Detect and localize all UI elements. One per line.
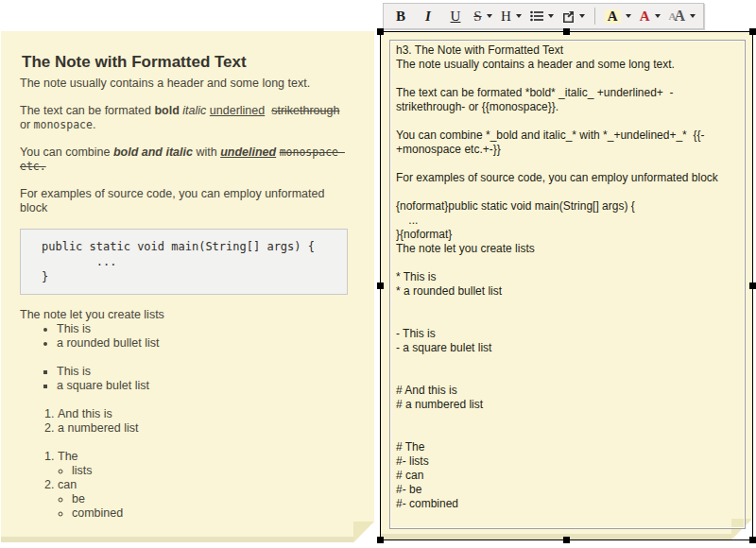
resize-handle-middle-left[interactable] (377, 283, 384, 289)
source-code-paragraph: For examples of source code, you can emp… (20, 187, 352, 215)
intro-paragraph: The note usually contains a header and s… (20, 77, 352, 91)
italic-icon: I (425, 9, 431, 24)
chevron-down-icon (487, 14, 492, 18)
note-folded-corner (353, 522, 374, 542)
markup-text-area[interactable]: h3. The Note with Formatted Text The not… (389, 40, 746, 529)
list-button[interactable] (526, 5, 558, 27)
heading-icon: H (501, 9, 511, 24)
note-preview: The Note with Formatted Text The note us… (1, 31, 374, 542)
formatting-toolbar: B I U S H (383, 3, 704, 29)
list-item: combined (72, 506, 352, 521)
highlight-color-icon: A (605, 9, 621, 24)
font-size-button[interactable]: A A (665, 5, 700, 27)
bold-italic-underline-sample: undelined (220, 146, 276, 159)
list-item: a square bulet list (57, 379, 352, 393)
text-color-icon: A (640, 9, 650, 24)
bold-button[interactable]: B (387, 5, 414, 27)
nested-list: The lists can be combined (20, 450, 352, 521)
resize-handle-top-left[interactable] (377, 28, 384, 35)
square-bullet-list: This is a square bulet list (20, 365, 352, 393)
chevron-down-icon (548, 14, 554, 18)
note-preview-content: The Note with Formatted Text The note us… (1, 31, 374, 542)
list-item: This is (57, 365, 352, 379)
list-item: a rounded bullet list (57, 336, 352, 351)
list-item: lists (72, 464, 352, 478)
external-link-icon (562, 10, 575, 23)
markup-text: h3. The Note with Formatted Text The not… (390, 41, 745, 514)
monospace-sample: monospace (34, 118, 93, 131)
list-item: a numbered list (58, 421, 352, 436)
note-editor: h3. The Note with Formatted Text The not… (380, 31, 753, 540)
heading-button[interactable]: H (497, 5, 525, 27)
strikethrough-sample: strikethrough (271, 104, 339, 117)
strikethrough-button[interactable]: S (470, 5, 496, 27)
rounded-bullet-list: This is a rounded bullet list (20, 322, 352, 351)
resize-handle-bottom-right[interactable] (749, 537, 756, 543)
underline-button[interactable]: U (442, 5, 469, 27)
resize-handle-top-middle[interactable] (563, 28, 570, 35)
chevron-down-icon (655, 14, 661, 18)
chevron-down-icon (690, 14, 696, 18)
underline-icon: U (451, 9, 461, 24)
resize-handle-bottom-middle[interactable] (563, 537, 570, 543)
list-item: And this is (58, 407, 352, 421)
numbered-list: And this is a numbered list (20, 407, 352, 436)
link-button[interactable] (558, 5, 589, 27)
chevron-down-icon (626, 14, 631, 18)
chevron-down-icon (516, 14, 522, 18)
resize-handle-middle-right[interactable] (749, 283, 756, 289)
list-item: This is (57, 322, 352, 336)
resize-handle-bottom-left[interactable] (377, 537, 384, 543)
nested-sublist: lists (58, 464, 352, 478)
bold-sample: bold (154, 104, 179, 117)
italic-button[interactable]: I (415, 5, 441, 27)
toolbar-separator (594, 8, 595, 25)
code-block: public static void main(String[] args) {… (20, 229, 348, 295)
nested-sublist: be combined (58, 492, 352, 521)
format-examples-paragraph: The text can be formated bold italic und… (20, 104, 352, 132)
strikethrough-icon: S (473, 9, 481, 24)
highlight-color-button[interactable]: A (601, 5, 635, 27)
resize-handle-top-right[interactable] (749, 28, 756, 35)
bold-italic-sample: bold and italic (113, 146, 193, 159)
list-item: The lists (58, 450, 352, 478)
note-editor-screen: B I U S H (0, 0, 756, 548)
bold-icon: B (396, 9, 405, 24)
text-color-button[interactable]: A (636, 5, 664, 27)
list-item: be (72, 492, 352, 506)
chevron-down-icon (579, 14, 585, 18)
italic-sample: italic (182, 104, 206, 117)
list-item: can be combined (58, 478, 352, 521)
underline-sample: underlined (210, 104, 265, 117)
combined-format-paragraph: You can combine bold and italic with und… (20, 146, 352, 174)
note-title: The Note with Formatted Text (22, 52, 352, 73)
list-icon (530, 10, 543, 22)
sticky-note-background: The Note with Formatted Text The note us… (1, 31, 374, 542)
lists-intro: The note let you create lists (20, 308, 352, 322)
